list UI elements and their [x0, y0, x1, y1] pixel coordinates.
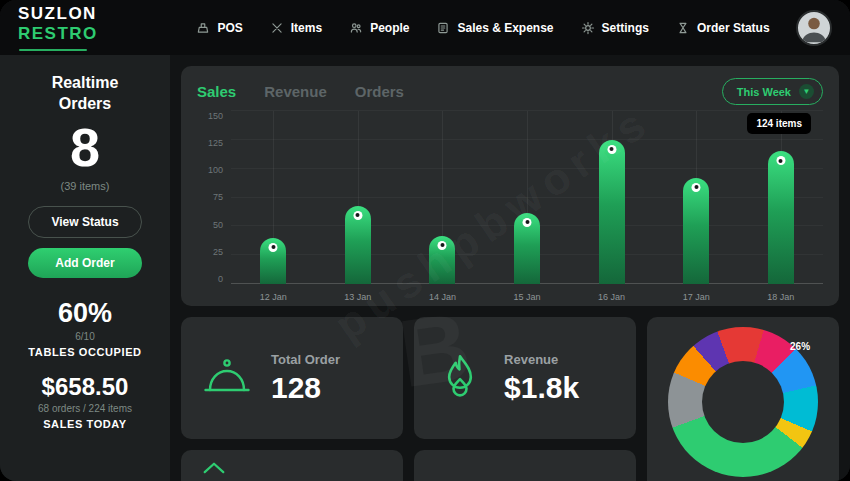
cloche-icon: [201, 352, 253, 404]
view-status-button[interactable]: View Status: [28, 206, 142, 238]
main-nav: POS Items People Sales & Expense: [186, 21, 780, 35]
y-tick-label: 0: [218, 274, 223, 284]
bar-marker: [523, 218, 532, 227]
donut-card: 26%: [647, 317, 839, 481]
y-axis: 1501251007550250: [197, 111, 223, 302]
y-tick-label: 125: [208, 138, 223, 148]
total-order-text: Total Order 128: [271, 352, 340, 405]
bar-15-jan[interactable]: [514, 213, 540, 285]
sales-expense-icon: [436, 21, 450, 35]
brand-logo: SUZLON RESTRO: [18, 4, 170, 51]
chart-body: 1501251007550250 124 items 12 Jan13 Jan1…: [197, 111, 823, 302]
x-tick-label: 14 Jan: [400, 288, 485, 302]
nav-item-label: Sales & Expense: [457, 21, 553, 35]
bar-column-13-jan: [316, 111, 401, 284]
occupancy-ratio: 6/10: [75, 331, 94, 342]
donut-percentage-label: 26%: [790, 341, 810, 352]
nav-item-sales-expense[interactable]: Sales & Expense: [436, 21, 553, 35]
partial-card-2[interactable]: [414, 450, 636, 481]
x-tick-label: 16 Jan: [569, 288, 654, 302]
realtime-order-count: 8: [70, 119, 100, 176]
chart-tooltip: 124 items: [747, 113, 811, 134]
period-label: This Week: [737, 86, 791, 98]
sales-today-label: SALES TODAY: [43, 418, 127, 430]
total-order-value: 128: [271, 371, 340, 405]
occupancy-percent: 60%: [58, 298, 112, 329]
period-selector[interactable]: This Week ▼: [722, 78, 823, 105]
x-tick-label: 13 Jan: [316, 288, 401, 302]
bar-16-jan[interactable]: [599, 140, 625, 284]
pos-icon: [196, 21, 210, 35]
nav-item-label: People: [370, 21, 409, 35]
realtime-order-note: (39 items): [61, 180, 110, 192]
y-tick-label: 75: [213, 192, 223, 202]
chevron-down-icon: ▼: [799, 84, 814, 99]
app-window: SUZLON RESTRO POS Items People: [0, 0, 850, 481]
sales-chart-card: Sales Revenue Orders This Week ▼ 1501251…: [181, 66, 839, 306]
bar-column-18-jan: [738, 111, 823, 284]
bar-marker: [353, 211, 362, 220]
x-tick-label: 17 Jan: [654, 288, 739, 302]
revenue-value: $1.8k: [504, 371, 579, 405]
add-order-button[interactable]: Add Order: [28, 248, 142, 278]
nav-item-items[interactable]: Items: [270, 21, 322, 35]
tab-sales[interactable]: Sales: [197, 83, 236, 100]
bar-marker: [776, 156, 785, 165]
body-row: Realtime Orders 8 (39 items) View Status…: [0, 55, 850, 481]
sidebar: Realtime Orders 8 (39 items) View Status…: [0, 55, 170, 481]
nav-item-people[interactable]: People: [349, 21, 409, 35]
sales-today-amount: $658.50: [42, 373, 129, 401]
sales-today-note: 68 orders / 224 items: [38, 403, 132, 414]
nav-item-pos[interactable]: POS: [196, 21, 242, 35]
plot-wrap: 124 items 12 Jan13 Jan14 Jan15 Jan16 Jan…: [231, 111, 823, 302]
donut-chart[interactable]: 26%: [668, 327, 818, 477]
partial-card-1[interactable]: [181, 450, 403, 481]
x-tick-label: 12 Jan: [231, 288, 316, 302]
user-avatar[interactable]: [796, 10, 832, 46]
bar-column-14-jan: [400, 111, 485, 284]
bar-column-17-jan: [654, 111, 739, 284]
occupancy-label: TABLES OCCUPIED: [28, 346, 141, 358]
bar-column-12-jan: [231, 111, 316, 284]
revenue-title: Revenue: [504, 352, 579, 367]
brand-part-1: SUZLON: [18, 4, 97, 23]
bar-14-jan[interactable]: [429, 236, 455, 284]
y-tick-label: 25: [213, 247, 223, 257]
y-tick-label: 50: [213, 220, 223, 230]
flame-icon: [434, 352, 486, 404]
chart-header: Sales Revenue Orders This Week ▼: [197, 78, 823, 105]
nav-item-label: POS: [217, 21, 242, 35]
tab-revenue[interactable]: Revenue: [264, 83, 327, 100]
people-icon: [349, 21, 363, 35]
nav-item-order-status[interactable]: Order Status: [676, 21, 770, 35]
bar-marker: [692, 183, 701, 192]
brand-underline: [19, 49, 87, 51]
top-navbar: SUZLON RESTRO POS Items People: [0, 0, 850, 55]
bar-columns: [231, 111, 823, 284]
items-icon: [270, 21, 284, 35]
x-tick-label: 15 Jan: [485, 288, 570, 302]
bar-marker: [438, 241, 447, 250]
tab-orders[interactable]: Orders: [355, 83, 404, 100]
bar-marker: [269, 243, 278, 252]
donut-hole: [702, 361, 784, 443]
y-tick-label: 100: [208, 165, 223, 175]
bar-13-jan[interactable]: [345, 206, 371, 284]
main-content: pushpbworks B Sales Revenue Orders This …: [170, 55, 850, 481]
bar-12-jan[interactable]: [260, 238, 286, 284]
nav-item-label: Items: [291, 21, 322, 35]
bar-chart-plot: 124 items: [231, 111, 823, 284]
bar-marker: [607, 145, 616, 154]
nav-item-settings[interactable]: Settings: [581, 21, 649, 35]
bar-17-jan[interactable]: [683, 178, 709, 284]
bar-18-jan[interactable]: [768, 151, 794, 284]
partial-card-icon: [201, 460, 227, 478]
nav-item-label: Order Status: [697, 21, 770, 35]
brand-part-2: RESTRO: [18, 24, 98, 43]
nav-item-label: Settings: [602, 21, 649, 35]
realtime-orders-title: Realtime Orders: [35, 73, 135, 115]
bottom-cards: Total Order 128 Revenue $1.8k: [181, 317, 839, 481]
total-order-card: Total Order 128: [181, 317, 403, 439]
x-axis: 12 Jan13 Jan14 Jan15 Jan16 Jan17 Jan18 J…: [231, 284, 823, 302]
y-tick-label: 150: [208, 111, 223, 121]
